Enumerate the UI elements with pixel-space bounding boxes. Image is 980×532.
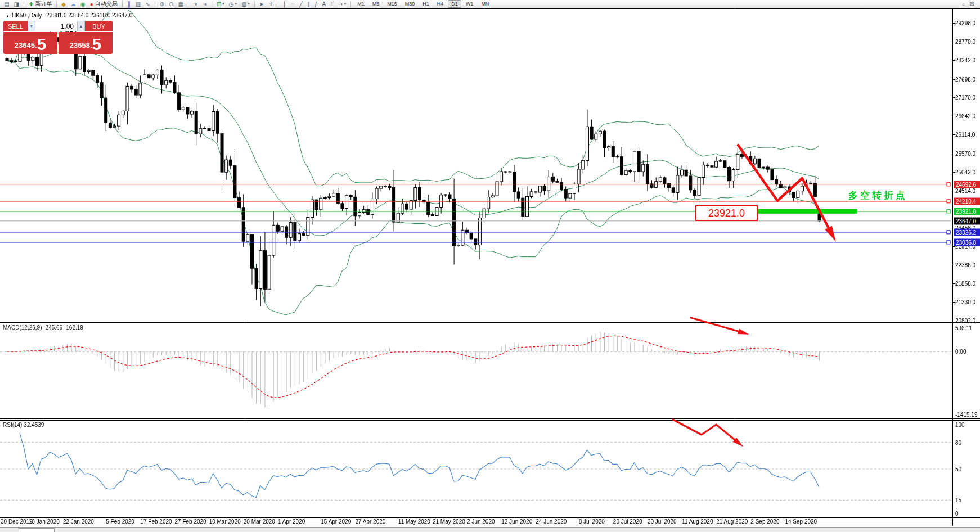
- horizontal-line-icon[interactable]: ─: [289, 0, 296, 8]
- buy-button[interactable]: BUY: [85, 21, 113, 31]
- price-tick: 29298.0: [955, 20, 975, 26]
- rsi-scale-label: 0: [955, 511, 959, 517]
- auto-scroll-icon[interactable]: ↠: [191, 0, 199, 8]
- collapse-subwindow-icon[interactable]: ▲: [6, 14, 10, 18]
- rsi-scale-label: 15: [955, 497, 961, 503]
- date-tick: 8 Jul 2020: [579, 519, 605, 525]
- date-tick: 27 Feb 2020: [175, 519, 206, 525]
- bars-chart-icon[interactable]: ║: [125, 0, 133, 8]
- indicators-icon[interactable]: ⊞▾: [215, 0, 226, 8]
- new-order-icon[interactable]: ✚新订单: [27, 0, 53, 8]
- market-watch-icon[interactable]: ◆: [60, 0, 68, 8]
- macd-scale-label: 596.11: [955, 325, 972, 331]
- date-tick: 14 Sep 2020: [785, 519, 817, 525]
- price-tick: 25042.0: [955, 169, 975, 175]
- price-level-tag: 23326.2: [954, 228, 980, 236]
- volume-increase-button[interactable]: ▲: [77, 21, 85, 31]
- date-tick: 20 Jul 2020: [613, 519, 642, 525]
- line-chart-icon[interactable]: ∿: [143, 0, 151, 8]
- fibonacci-icon[interactable]: ƒ: [313, 0, 320, 8]
- timeframe-m15[interactable]: M15: [384, 0, 401, 8]
- equidistant-channel-icon[interactable]: ∥: [305, 0, 312, 8]
- date-tick: 5 Feb 2020: [106, 519, 134, 525]
- tile-windows-icon[interactable]: ▦: [177, 0, 185, 8]
- chart-title: ▲HK50-,Daily23881.0 23884.0 23618.0 2364…: [6, 12, 132, 19]
- text-icon[interactable]: A: [321, 0, 328, 8]
- date-tick: 21 Aug 2020: [716, 519, 748, 525]
- price-tick: 27170.0: [955, 94, 975, 101]
- search-icon[interactable]: ⌕: [960, 0, 967, 8]
- sell-button[interactable]: SELL: [3, 21, 28, 31]
- candles-chart-icon[interactable]: ▥: [134, 0, 142, 8]
- chart-shift-icon[interactable]: ⇥: [200, 0, 208, 8]
- rsi-scale-label: 100: [955, 422, 965, 428]
- date-tick: 10 Jan 2020: [29, 519, 60, 525]
- crosshair-icon[interactable]: ✛: [267, 0, 275, 8]
- date-tick: 11 May 2020: [398, 519, 430, 525]
- buy-price[interactable]: 23658.5: [59, 32, 113, 54]
- turning-point-annotation: 多空转折点: [848, 189, 907, 202]
- date-tick: 12 Jun 2020: [501, 519, 532, 525]
- timeframe-h1[interactable]: H1: [419, 0, 433, 8]
- macd-scale-label: 0.00: [955, 349, 966, 355]
- price-level-tag: 24692.6: [954, 181, 980, 188]
- rsi-header: RSI(14) 32.4539: [3, 422, 44, 428]
- macd-header: MACD(12,26,9) -245.66 -162.19: [3, 324, 83, 331]
- date-tick: 2 Jun 2020: [467, 519, 495, 525]
- zoom-in-icon[interactable]: ⊕: [158, 0, 166, 8]
- timeframe-w1[interactable]: W1: [462, 0, 477, 8]
- timeframe-m1[interactable]: M1: [354, 0, 368, 8]
- price-tick: 20802.0: [955, 318, 975, 324]
- price-tick: 26114.0: [955, 132, 975, 138]
- buy-price-big-digit: 5: [92, 36, 102, 53]
- timeframe-mn[interactable]: MN: [478, 0, 492, 8]
- price-tick: 21330.0: [955, 299, 975, 305]
- autotrading-icon[interactable]: ●自动交易: [88, 0, 119, 8]
- trendline-icon[interactable]: ╱: [298, 0, 304, 8]
- date-tick: 27 Apr 2020: [355, 519, 385, 525]
- chat-icon[interactable]: ✉: [968, 0, 976, 8]
- date-tick: 30 Dec 2019: [1, 519, 33, 525]
- sell-price[interactable]: 23645.5: [3, 32, 57, 54]
- zoom-out-icon[interactable]: ⊖: [167, 0, 175, 8]
- price-tick: 26642.0: [955, 113, 975, 119]
- one-click-trading-panel: SELL ▼ 1.00 ▲ BUY 23645.5 23658.5: [3, 21, 113, 54]
- cursor-icon[interactable]: ➤: [258, 0, 266, 8]
- price-chart-canvas[interactable]: [0, 0, 980, 532]
- sell-price-big-digit: 5: [37, 36, 47, 53]
- volume-decrease-button[interactable]: ▼: [28, 21, 35, 31]
- timeframe-d1[interactable]: D1: [448, 0, 461, 8]
- sell-price-int: 23645: [15, 38, 35, 53]
- rsi-scale-label: 50: [955, 466, 961, 472]
- date-tick: 30 Jul 2020: [648, 519, 677, 525]
- macd-scale-label: -1415.19: [955, 412, 977, 418]
- text-label-icon[interactable]: T: [329, 0, 335, 8]
- timeframe-m30[interactable]: M30: [402, 0, 419, 8]
- templates-icon[interactable]: ▧▾: [240, 0, 251, 8]
- vertical-line-icon[interactable]: │: [281, 0, 288, 8]
- level-callout-23921: 23921.0: [695, 205, 758, 221]
- price-tick: 28770.0: [955, 38, 975, 44]
- price-level-tag: 23036.8: [954, 238, 980, 246]
- signals-icon[interactable]: ◉: [79, 0, 87, 8]
- date-tick: 10 Mar 2020: [209, 519, 241, 525]
- volume-input[interactable]: 1.00: [35, 21, 77, 31]
- timeframe-h4[interactable]: H4: [434, 0, 447, 8]
- arrows-tool-icon[interactable]: ➙▾: [336, 0, 348, 8]
- status-box: [19, 528, 55, 532]
- buy-price-int: 23658: [70, 38, 90, 53]
- price-tick: 27698.0: [955, 76, 975, 82]
- main-toolbar: ▤◨✚新订单◆☁◉●自动交易║▥∿⊕⊖▦↠⇥⊞▾◷▾▧▾➤✛│─╱∥ƒAT➙▾M…: [0, 0, 980, 8]
- chart-profiles-icon[interactable]: ◨: [12, 0, 20, 8]
- new-chart-icon[interactable]: ▤: [2, 0, 11, 8]
- date-tick: 20 Mar 2020: [244, 519, 275, 525]
- data-window-icon[interactable]: ☁: [69, 0, 78, 8]
- periods-icon[interactable]: ◷▾: [227, 0, 239, 8]
- date-tick: 21 May 2020: [433, 519, 465, 525]
- chart-symbol-period: HK50-,Daily: [12, 12, 42, 19]
- price-level-tag: 23921.0: [954, 208, 980, 215]
- date-tick: 17 Feb 2020: [140, 519, 172, 525]
- price-tick: 22386.0: [955, 262, 975, 268]
- rsi-scale-label: 80: [955, 439, 961, 445]
- timeframe-m5[interactable]: M5: [369, 0, 383, 8]
